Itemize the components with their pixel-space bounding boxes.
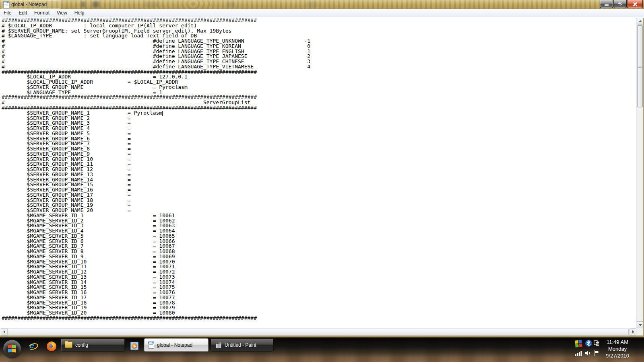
start-button[interactable] bbox=[3, 339, 21, 358]
internet-explorer-icon[interactable]: e bbox=[28, 341, 38, 351]
bluetooth-icon[interactable] bbox=[585, 340, 592, 347]
firefox-icon[interactable] bbox=[47, 341, 56, 351]
program-grid-icon[interactable] bbox=[575, 340, 582, 347]
windows-media-player-icon[interactable] bbox=[130, 342, 138, 350]
notepad-window: global - Notepad File Edit Format View H… bbox=[0, 0, 644, 337]
glass-smudge bbox=[226, 2, 235, 7]
arrow-up-icon bbox=[639, 20, 642, 22]
minimize-button[interactable] bbox=[600, 0, 613, 8]
vertical-scroll-thumb[interactable] bbox=[637, 25, 643, 107]
minimize-icon bbox=[605, 4, 609, 6]
menu-bar: File Edit Format View Help bbox=[0, 9, 644, 17]
play-icon bbox=[134, 345, 136, 348]
volume-icon[interactable] bbox=[584, 350, 592, 356]
scroll-down-button[interactable] bbox=[637, 321, 644, 328]
arrow-right-icon bbox=[632, 330, 634, 333]
text-caret bbox=[162, 111, 163, 116]
menu-help[interactable]: Help bbox=[71, 9, 88, 17]
arrow-left-icon bbox=[3, 330, 5, 333]
action-center-flag-icon[interactable] bbox=[593, 350, 601, 357]
editor-line: ########################################… bbox=[2, 316, 636, 321]
notepad-icon[interactable] bbox=[3, 1, 9, 8]
power-plug-icon[interactable] bbox=[593, 340, 601, 347]
clock-time: 11:49 AM bbox=[601, 339, 634, 346]
scroll-up-button[interactable] bbox=[637, 18, 644, 25]
taskbar-button-label: config bbox=[75, 342, 88, 348]
glass-smudge bbox=[307, 2, 317, 7]
glass-smudge bbox=[81, 2, 85, 7]
desktop: global - Notepad File Edit Format View H… bbox=[0, 0, 644, 362]
client-area: ########################################… bbox=[0, 17, 644, 337]
tray-clock[interactable]: 11:49 AM Monday 9/27/2010 bbox=[601, 339, 634, 359]
clock-day: Monday bbox=[601, 346, 634, 352]
taskbar-button-label: Untitled - Paint bbox=[225, 342, 256, 348]
restore-button[interactable] bbox=[613, 0, 627, 8]
network-signal-icon[interactable] bbox=[575, 350, 583, 356]
horizontal-scrollbar[interactable] bbox=[0, 328, 636, 335]
window-title: global - Notepad bbox=[11, 2, 47, 7]
taskbar-button-paint[interactable]: Untitled - Paint bbox=[211, 338, 274, 352]
menu-format[interactable]: Format bbox=[31, 9, 53, 17]
close-button[interactable] bbox=[627, 0, 643, 8]
menu-file[interactable]: File bbox=[0, 9, 15, 17]
scroll-right-button[interactable] bbox=[630, 328, 636, 335]
text-area[interactable]: ########################################… bbox=[0, 18, 636, 328]
menu-view[interactable]: View bbox=[53, 9, 71, 17]
glass-smudge bbox=[145, 2, 159, 7]
scroll-left-button[interactable] bbox=[1, 328, 8, 335]
taskbar-button-label: global - Notepad bbox=[157, 342, 192, 348]
vertical-scrollbar[interactable] bbox=[636, 18, 643, 328]
restore-icon bbox=[618, 2, 622, 6]
taskbar-button-notepad[interactable]: global - Notepad bbox=[144, 338, 208, 352]
arrow-down-icon bbox=[639, 324, 642, 326]
paint-icon bbox=[215, 341, 222, 348]
clock-date: 9/27/2010 bbox=[601, 352, 634, 359]
taskbar-button-config[interactable]: config bbox=[61, 338, 125, 352]
windows-logo-icon bbox=[8, 345, 16, 352]
menu-edit[interactable]: Edit bbox=[15, 9, 31, 17]
horizontal-scroll-thumb[interactable] bbox=[8, 329, 629, 335]
notepad-icon bbox=[148, 341, 154, 349]
folder-icon bbox=[65, 342, 72, 348]
close-icon bbox=[633, 2, 638, 6]
title-bar[interactable]: global - Notepad bbox=[0, 0, 644, 9]
editor-text[interactable]: ########################################… bbox=[0, 18, 636, 321]
glass-smudge bbox=[93, 2, 99, 7]
